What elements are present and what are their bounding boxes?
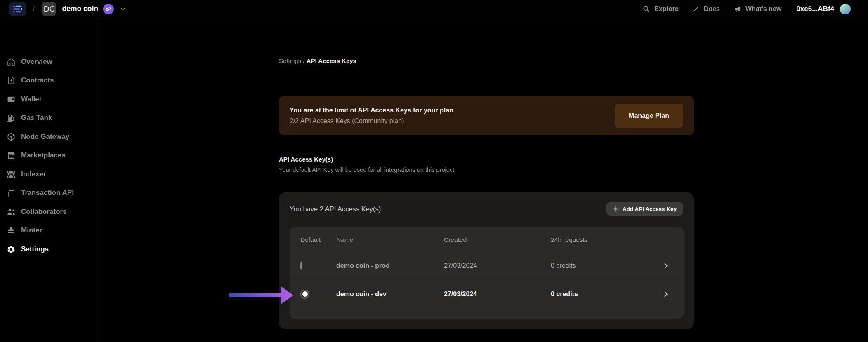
header-divider xyxy=(279,77,694,77)
breadcrumb-current-page: API Access Keys xyxy=(307,57,356,64)
sidebar-item-overview[interactable]: Overview xyxy=(0,52,99,71)
chain-link-icon xyxy=(105,6,111,12)
nav-whats-new[interactable]: What's new xyxy=(734,5,781,13)
api-keys-card: You have 2 API Access Key(s) Add API Acc… xyxy=(279,192,694,329)
transaction-path-icon xyxy=(7,188,16,197)
sidebar-item-marketplaces[interactable]: Marketplaces xyxy=(0,146,99,165)
api-key-row-prod[interactable]: demo coin - prod 27/03/2024 0 credits xyxy=(290,253,684,279)
contract-icon xyxy=(7,76,16,85)
topbar-separator: / xyxy=(33,5,35,13)
sidebar-item-label: Contracts xyxy=(21,76,54,84)
sidebar-item-collaborators[interactable]: Collaborators xyxy=(0,202,99,221)
app-logo-icon xyxy=(12,5,24,14)
storefront-icon xyxy=(7,151,16,160)
chevron-right-icon xyxy=(663,262,669,269)
breadcrumb-settings-link[interactable]: Settings xyxy=(279,57,301,64)
home-icon xyxy=(7,57,16,66)
sidebar-item-label: Node Gateway xyxy=(21,133,69,141)
people-icon xyxy=(7,207,16,216)
api-key-name: demo coin - prod xyxy=(336,262,444,269)
api-key-created: 27/03/2024 xyxy=(444,290,551,298)
section-subtitle: Your default API Key will be used for al… xyxy=(279,166,454,173)
sidebar-item-transaction-api[interactable]: Transaction API xyxy=(0,184,99,203)
sidebar-item-contracts[interactable]: Contracts xyxy=(0,71,99,90)
project-name: demo coin xyxy=(62,5,98,13)
grid-icon xyxy=(7,170,16,179)
gas-pump-icon xyxy=(7,113,16,122)
plan-limit-banner-text: You are at the limit of API Access Keys … xyxy=(290,107,453,125)
sidebar-item-label: Wallet xyxy=(21,95,41,103)
project-initials-badge[interactable]: DC xyxy=(42,2,56,16)
plan-limit-title: You are at the limit of API Access Keys … xyxy=(290,107,453,114)
column-header-default: Default xyxy=(300,236,336,244)
sidebar-item-label: Minter xyxy=(21,226,42,234)
api-keys-table: Default Name Created 24h requests demo c… xyxy=(290,227,684,319)
sidebar-item-label: Settings xyxy=(21,245,49,253)
gear-icon xyxy=(7,245,16,254)
sidebar-item-gas-tank[interactable]: Gas Tank xyxy=(0,109,99,128)
sidebar: Overview Contracts Wallet Gas Tank Node … xyxy=(0,18,99,342)
sidebar-item-label: Marketplaces xyxy=(21,151,66,159)
project-switcher-chevron[interactable] xyxy=(120,6,126,12)
api-keys-count-label: You have 2 API Access Key(s) xyxy=(290,205,381,213)
column-header-created: Created xyxy=(444,236,551,244)
chevron-right-icon xyxy=(663,291,669,297)
wallet-icon xyxy=(7,95,16,104)
sidebar-item-label: Collaborators xyxy=(21,208,67,216)
manage-plan-button[interactable]: Manage Plan xyxy=(615,104,683,128)
sidebar-item-label: Gas Tank xyxy=(21,114,52,122)
sidebar-item-minter[interactable]: Minter xyxy=(0,221,99,240)
api-key-row-dev[interactable]: demo coin - dev 27/03/2024 0 credits xyxy=(290,279,684,309)
sidebar-item-settings[interactable]: Settings xyxy=(0,240,99,259)
sidebar-item-wallet[interactable]: Wallet xyxy=(0,90,99,109)
api-keys-card-header: You have 2 API Access Key(s) Add API Acc… xyxy=(290,201,683,217)
api-key-requests: 0 credits xyxy=(551,290,659,298)
nav-docs-label: Docs xyxy=(704,5,720,13)
default-radio-selected[interactable] xyxy=(300,290,309,299)
nav-whats-new-label: What's new xyxy=(745,5,781,13)
nav-docs[interactable]: Docs xyxy=(693,5,720,13)
breadcrumb-separator: / xyxy=(303,57,306,64)
breadcrumb: Settings / API Access Keys xyxy=(279,57,356,64)
default-radio-unselected[interactable] xyxy=(300,261,302,270)
plan-limit-subtitle: 2/2 API Access Keys (Community plan) xyxy=(290,117,453,125)
add-api-key-label: Add API Access Key xyxy=(623,206,677,212)
section-title: API Access Key(s) xyxy=(279,156,333,163)
api-key-requests: 0 credits xyxy=(551,262,659,269)
sidebar-item-label: Indexer xyxy=(21,170,46,178)
main-content: Settings / API Access Keys You are at th… xyxy=(279,0,694,342)
chevron-down-icon xyxy=(120,6,126,12)
wallet-address[interactable]: 0xe6...ABf4 xyxy=(796,5,834,13)
add-api-key-button[interactable]: Add API Access Key xyxy=(606,202,683,216)
plan-limit-banner: You are at the limit of API Access Keys … xyxy=(279,96,694,135)
sidebar-item-label: Transaction API xyxy=(21,189,74,197)
app-logo[interactable] xyxy=(9,2,26,16)
sidebar-item-indexer[interactable]: Indexer xyxy=(0,165,99,184)
chain-link-badge[interactable] xyxy=(103,4,114,14)
column-header-name: Name xyxy=(336,236,444,244)
column-header-24h-requests: 24h requests xyxy=(551,236,659,244)
user-avatar[interactable] xyxy=(840,4,851,14)
sidebar-item-node-gateway[interactable]: Node Gateway xyxy=(0,127,99,146)
table-header-row: Default Name Created 24h requests xyxy=(290,227,684,253)
megaphone-icon xyxy=(734,5,741,13)
api-key-name: demo coin - dev xyxy=(336,290,444,298)
plus-icon xyxy=(613,206,619,212)
stamp-icon xyxy=(7,226,16,235)
cube-icon xyxy=(7,132,16,141)
api-key-created: 27/03/2024 xyxy=(444,262,551,269)
sidebar-item-label: Overview xyxy=(21,58,52,66)
